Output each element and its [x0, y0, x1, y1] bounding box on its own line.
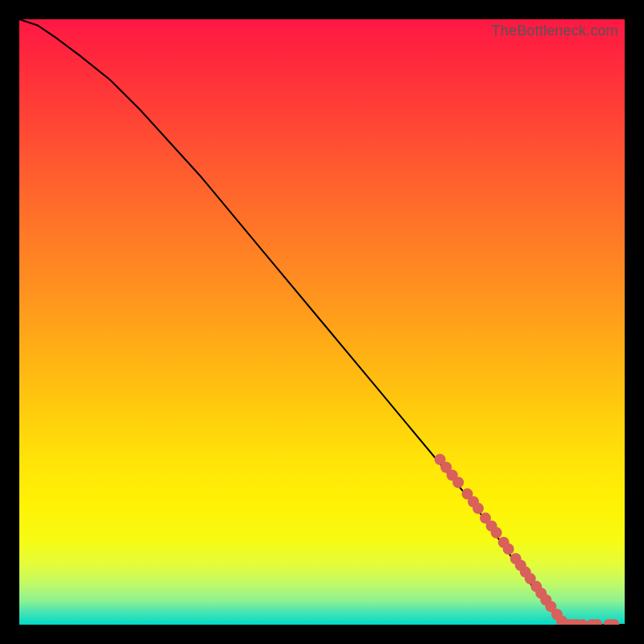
chart-stage: TheBottleneck.com: [0, 0, 644, 644]
chart-svg: [19, 19, 625, 625]
marker-dot: [503, 543, 514, 555]
marker-group: [435, 454, 620, 625]
curve-line: [19, 19, 625, 625]
plot-area: TheBottleneck.com: [19, 19, 625, 625]
watermark-text: TheBottleneck.com: [492, 23, 618, 39]
marker-dot: [452, 477, 464, 488]
marker-dot: [473, 503, 484, 514]
marker-dot: [491, 527, 502, 539]
